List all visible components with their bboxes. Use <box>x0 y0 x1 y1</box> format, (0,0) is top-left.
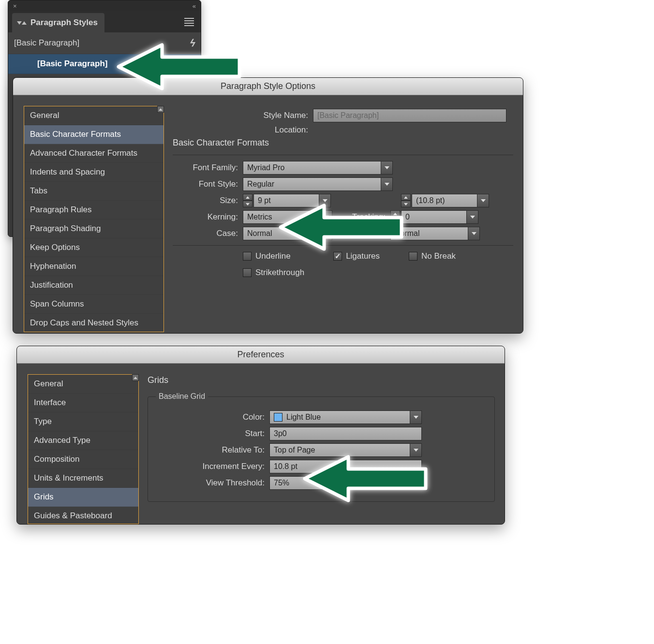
ligatures-checkbox[interactable]: ✓Ligatures <box>333 251 380 261</box>
prefs-nav-item[interactable]: Grids <box>28 488 138 507</box>
prefs-nav-item[interactable]: Guides & Pasteboard <box>28 507 138 525</box>
options-nav-item[interactable]: General <box>24 106 164 125</box>
font-style-label: Font Style: <box>173 179 243 189</box>
kerning-dropdown[interactable]: Metrics <box>243 210 332 224</box>
style-name-label: Style Name: <box>173 111 313 120</box>
options-nav-item[interactable]: Paragraph Shading <box>24 220 164 238</box>
threshold-value: 75% <box>274 479 289 487</box>
prefs-nav-item[interactable]: Advanced Type <box>28 431 138 450</box>
relative-to-dropdown[interactable]: Top of Page <box>269 443 422 457</box>
prefs-form: Grids Baseline Grid Color: Light Blue St… <box>148 374 495 524</box>
font-family-label: Font Family: <box>173 163 243 173</box>
lightning-icon[interactable]: ϟ <box>189 37 195 49</box>
chevron-down-icon[interactable] <box>468 227 479 240</box>
options-nav-item[interactable]: Advanced Character Formats <box>24 144 164 163</box>
style-row[interactable]: [Basic Paragraph] ϟ <box>8 32 201 54</box>
font-style-dropdown[interactable]: Regular <box>243 177 393 191</box>
options-form: Style Name: [Basic Paragraph] Location: … <box>173 106 513 332</box>
style-name-value: [Basic Paragraph] <box>317 111 379 120</box>
options-nav-item[interactable]: Span Columns <box>24 295 164 314</box>
prefs-nav-item[interactable]: Units & Increments <box>28 469 138 488</box>
size-field[interactable]: 9 pt <box>253 194 331 207</box>
divider <box>173 155 513 155</box>
start-label: Start: <box>156 429 269 439</box>
prefs-nav-item[interactable]: General <box>28 375 138 394</box>
dialog-title-text: Paragraph Style Options <box>221 81 315 91</box>
threshold-dropdown[interactable]: 75% <box>269 476 422 490</box>
collapse-icon[interactable]: « <box>193 2 196 10</box>
chevron-down-icon[interactable] <box>410 477 421 489</box>
leading-field[interactable]: (10.8 pt) <box>412 194 489 207</box>
divider <box>173 245 513 246</box>
increment-field[interactable]: 10.8 pt <box>269 460 422 473</box>
dialog-title: Paragraph Style Options <box>13 78 523 95</box>
tracking-stepper[interactable] <box>390 210 400 224</box>
options-nav-item[interactable]: Keep Options <box>24 238 164 257</box>
nobreak-checkbox[interactable]: No Break <box>409 251 456 261</box>
chevron-down-icon[interactable] <box>381 178 392 190</box>
increment-label: Increment Every: <box>156 462 269 471</box>
options-nav-item[interactable]: Drop Caps and Nested Styles <box>24 314 164 333</box>
size-stepper[interactable] <box>243 194 253 207</box>
font-family-value: Myriad Pro <box>247 163 284 172</box>
chevron-down-icon[interactable] <box>410 444 421 456</box>
scroll-up-icon[interactable] <box>157 106 164 113</box>
options-nav-item[interactable]: Paragraph Rules <box>24 201 164 220</box>
prefs-nav-item[interactable]: Composition <box>28 450 138 469</box>
style-row-label: [Basic Paragraph] <box>37 59 108 69</box>
increment-value: 10.8 pt <box>274 462 297 471</box>
color-swatch-icon <box>274 413 282 422</box>
options-nav-item[interactable]: Hyphenation <box>24 257 164 276</box>
location-label: Location: <box>173 125 313 135</box>
tab-label: Paragraph Styles <box>30 18 98 28</box>
leading-stepper[interactable] <box>401 194 411 207</box>
case-label: Case: <box>173 229 243 238</box>
start-field[interactable]: 3p0 <box>269 427 422 440</box>
panel-tabrow: Paragraph Styles <box>8 11 201 32</box>
size-value: 9 pt <box>258 196 271 205</box>
prefs-nav-item[interactable]: Interface <box>28 394 138 412</box>
chevron-up-icon <box>22 21 27 25</box>
start-value: 3p0 <box>274 429 287 438</box>
close-icon[interactable]: × <box>13 2 17 10</box>
tracking-field[interactable]: 0 <box>401 210 478 224</box>
color-dropdown[interactable]: Light Blue <box>269 410 422 424</box>
section-title: Grids <box>148 375 495 385</box>
chevron-down-icon[interactable] <box>320 211 332 223</box>
checkbox-label: Ligatures <box>346 251 380 261</box>
case-dropdown[interactable]: Normal <box>243 227 332 240</box>
style-row-label: [Basic Paragraph] <box>14 38 79 48</box>
options-nav-item[interactable]: Indents and Spacing <box>24 163 164 182</box>
options-nav-item[interactable]: GREP Style <box>24 333 164 334</box>
chevron-down-icon[interactable] <box>410 411 421 424</box>
style-name-field[interactable]: [Basic Paragraph] <box>313 109 506 122</box>
style-row-selected[interactable]: [Basic Paragraph] <box>8 54 201 74</box>
options-nav: GeneralBasic Character FormatsAdvanced C… <box>24 106 164 332</box>
position-value: Normal <box>395 229 420 238</box>
panel-menu-icon[interactable] <box>184 18 194 26</box>
chevron-down-icon <box>17 21 22 25</box>
chevron-down-icon[interactable] <box>319 194 330 207</box>
checkbox-label: Underline <box>255 251 291 261</box>
tab-paragraph-styles[interactable]: Paragraph Styles <box>12 13 104 32</box>
chevron-down-icon[interactable] <box>477 194 489 207</box>
scroll-up-icon[interactable] <box>132 374 139 381</box>
section-title: Basic Character Formats <box>173 138 513 148</box>
chevron-down-icon[interactable] <box>381 161 392 174</box>
font-family-dropdown[interactable]: Myriad Pro <box>243 161 393 175</box>
prefs-nav-item[interactable]: Type <box>28 412 138 431</box>
options-nav-item[interactable]: Tabs <box>24 182 164 201</box>
group-legend: Baseline Grid <box>156 392 208 401</box>
chevron-down-icon[interactable] <box>320 227 332 240</box>
strikethrough-checkbox[interactable]: Strikethrough <box>243 268 304 278</box>
panel-topbar: × « <box>8 0 201 11</box>
underline-checkbox[interactable]: Underline <box>243 251 304 261</box>
options-nav-item[interactable]: Justification <box>24 276 164 295</box>
position-label: Position: <box>332 229 390 238</box>
threshold-label: View Threshold: <box>156 478 269 488</box>
chevron-down-icon[interactable] <box>466 211 478 223</box>
tracking-value: 0 <box>405 213 410 221</box>
position-dropdown[interactable]: Normal <box>390 227 480 240</box>
options-nav-item[interactable]: Basic Character Formats <box>24 125 164 144</box>
case-value: Normal <box>247 229 272 238</box>
